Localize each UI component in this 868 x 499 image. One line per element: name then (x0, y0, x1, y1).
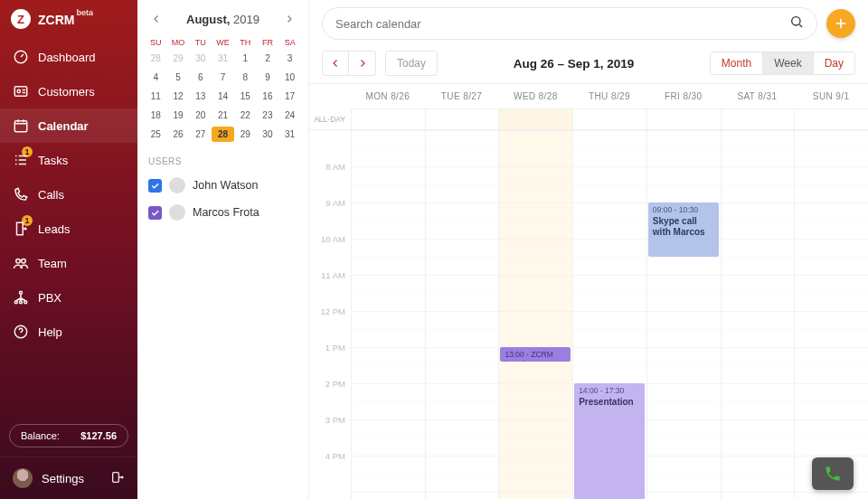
calendar-event[interactable]: 09:00 - 10:30Skype call with Marcos (648, 202, 719, 257)
view-day[interactable]: Day (813, 52, 854, 74)
allday-label: ALL-DAY (309, 109, 351, 129)
mini-day[interactable]: 29 (167, 51, 190, 66)
mini-day[interactable]: 27 (189, 127, 212, 142)
calendar-event[interactable]: 14:00 - 17:30Presentation (574, 383, 645, 499)
mini-day[interactable]: 3 (278, 51, 301, 66)
day-column[interactable]: 14:00 - 17:30Presentation (572, 130, 646, 499)
day-column[interactable]: 13:00 - ZCRM launch (498, 130, 572, 499)
checkbox-icon[interactable] (148, 179, 162, 193)
mini-dow: SA (278, 38, 301, 47)
mini-day[interactable]: 30 (189, 51, 212, 66)
id-icon (13, 83, 29, 99)
mini-day[interactable]: 1 (234, 51, 257, 66)
mini-day[interactable]: 15 (234, 89, 257, 104)
hour-label: 1 PM (309, 343, 351, 379)
nav-calendar[interactable]: Calendar (0, 108, 137, 143)
balance-pill[interactable]: Balance: $127.56 (9, 424, 128, 447)
mini-day[interactable]: 7 (212, 70, 234, 85)
mini-day[interactable]: 21 (212, 108, 234, 123)
nav-customers[interactable]: Customers (0, 74, 137, 108)
event-title: Presentation (579, 397, 640, 409)
nav-pbx[interactable]: PBX (0, 280, 137, 315)
mini-day[interactable]: 29 (234, 127, 257, 142)
calendar-event[interactable]: 13:00 - ZCRM launch (500, 347, 571, 362)
user-item[interactable]: Marcos Frota (137, 199, 308, 226)
nav-help[interactable]: Help (0, 315, 137, 349)
mini-dow: FR (257, 38, 279, 47)
mini-day[interactable]: 6 (189, 70, 212, 85)
mini-day[interactable]: 5 (167, 70, 190, 85)
hour-label: 10 AM (309, 234, 351, 270)
balance-value: $127.56 (80, 430, 117, 441)
mini-day[interactable]: 28 (145, 51, 167, 66)
svg-point-2 (17, 89, 20, 92)
nav-leads[interactable]: 1 Leads (0, 212, 137, 246)
time-grid[interactable]: 8 AM9 AM10 AM11 AM12 PM1 PM2 PM3 PM4 PM … (309, 130, 868, 499)
day-column[interactable] (721, 130, 795, 499)
mini-day[interactable]: 20 (189, 108, 212, 123)
search-input[interactable] (335, 17, 789, 31)
network-icon (13, 289, 29, 306)
mini-day[interactable]: 30 (257, 127, 279, 142)
view-month[interactable]: Month (711, 52, 762, 74)
svg-rect-4 (17, 222, 24, 235)
nav-team[interactable]: Team (0, 246, 137, 280)
sidebar: Z ZCRMbeta Dashboard Customers Calendar … (0, 0, 137, 499)
mini-day[interactable]: 11 (145, 89, 167, 104)
mini-day[interactable]: 9 (257, 70, 279, 85)
mini-day[interactable]: 2 (257, 51, 279, 66)
mini-day[interactable]: 13 (189, 89, 212, 104)
mini-day[interactable]: 31 (212, 51, 234, 66)
day-column[interactable]: 09:00 - 10:30Skype call with Marcos (646, 130, 721, 499)
view-week[interactable]: Week (762, 52, 812, 74)
week-grid[interactable]: 13:00 - ZCRM launch14:00 - 17:30Presenta… (351, 130, 868, 499)
mini-day[interactable]: 25 (145, 127, 167, 142)
mini-day[interactable]: 24 (278, 108, 301, 123)
prev-week-button[interactable] (322, 51, 349, 76)
svg-point-7 (20, 291, 23, 294)
signout-icon[interactable] (110, 470, 125, 487)
prev-month-button[interactable] (146, 9, 166, 29)
day-column[interactable] (794, 130, 868, 499)
day-headers: MON 8/26TUE 8/27WED 8/28THU 8/29FRI 8/30… (351, 84, 868, 109)
today-button[interactable]: Today (385, 51, 438, 76)
nav-dashboard[interactable]: Dashboard (0, 40, 137, 74)
view-switch: Month Week Day (710, 52, 855, 75)
mini-day[interactable]: 28 (212, 127, 234, 142)
search-input-wrap[interactable] (322, 7, 817, 40)
svg-point-13 (792, 17, 800, 25)
mini-day[interactable]: 22 (234, 108, 257, 123)
hour-label: 4 PM (309, 451, 351, 487)
phone-fab[interactable] (812, 457, 854, 490)
mini-day[interactable]: 12 (167, 89, 190, 104)
user-item[interactable]: John Watson (137, 172, 308, 199)
mini-day[interactable]: 14 (212, 89, 234, 104)
day-header: SAT 8/31 (721, 84, 795, 108)
search-icon (789, 14, 804, 33)
day-column[interactable] (351, 130, 425, 499)
mini-day[interactable]: 16 (257, 89, 279, 104)
event-time: 13:00 - ZCRM launch (505, 350, 566, 362)
user-avatar-small (169, 204, 185, 221)
add-button[interactable] (826, 9, 855, 38)
next-week-button[interactable] (349, 51, 376, 76)
next-month-button[interactable] (279, 9, 299, 29)
main-nav: Dashboard Customers Calendar 1 Tasks Cal… (0, 40, 137, 349)
mini-day[interactable]: 10 (278, 70, 301, 85)
mini-day[interactable]: 17 (278, 89, 301, 104)
mini-day[interactable]: 19 (167, 108, 190, 123)
mini-day[interactable]: 8 (234, 70, 257, 85)
mini-day[interactable]: 26 (167, 127, 190, 142)
mini-day[interactable]: 18 (145, 108, 167, 123)
mini-day[interactable]: 23 (257, 108, 279, 123)
settings-row[interactable]: Settings (0, 457, 137, 499)
svg-point-8 (14, 301, 17, 304)
mini-day[interactable]: 31 (278, 127, 301, 142)
nav-calls[interactable]: Calls (0, 177, 137, 212)
date-range-label: Aug 26 – Sep 1, 2019 (447, 57, 701, 71)
nav-tasks[interactable]: 1 Tasks (0, 143, 137, 177)
day-column[interactable] (425, 130, 499, 499)
checkbox-icon[interactable] (148, 206, 162, 220)
mini-day[interactable]: 4 (145, 70, 167, 85)
mini-calendar: SUMOTUWETHFRSA28293031123456789101112131… (137, 34, 308, 147)
